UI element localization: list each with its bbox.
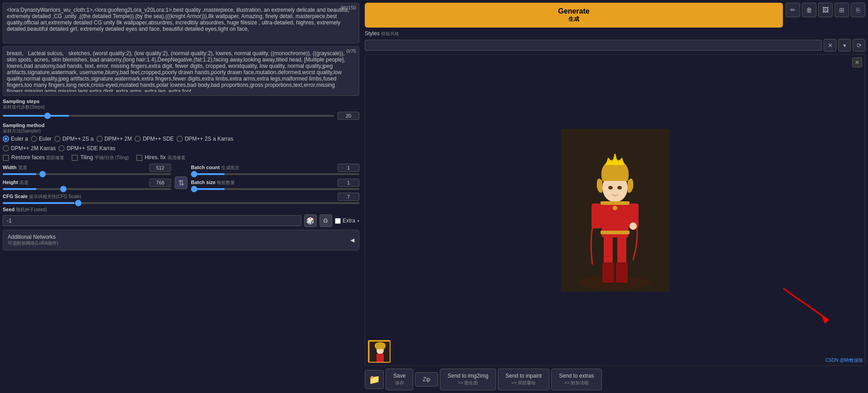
checkbox-group: Restore faces 面部修复 Tiling 平铺/分块 (Tiling)…	[3, 154, 359, 161]
image-icon-button[interactable]: 🖼	[818, 3, 833, 17]
sampling-steps-control: Sampling steps 采样迭代步数(Steps) 20	[3, 99, 359, 120]
sampling-steps-slider[interactable]	[3, 115, 334, 117]
watermark: CSDN @Mr数据猿	[825, 357, 863, 364]
send-extras-button[interactable]: Send to extras >> 附加功能	[551, 369, 601, 390]
swap-button-area: ⇅	[175, 164, 187, 189]
width-label: Width 宽度	[3, 165, 27, 171]
svg-rect-15	[601, 231, 630, 234]
svg-rect-20	[377, 354, 384, 363]
svg-line-16	[783, 289, 829, 320]
generate-button[interactable]: Generate 生成	[365, 3, 783, 28]
sampling-method-control: Sampling method 采样方法(Sampler) Euler a Eu…	[3, 123, 359, 152]
extra-checkbox[interactable]: Extra ▾	[335, 218, 359, 224]
tiling-checkbox[interactable]: Tiling 平铺/分块 (Tiling)	[72, 154, 129, 161]
dimensions-row: Width 宽度 512 Height 高度 768	[3, 164, 359, 190]
positive-prompt-counter: 96/150	[341, 5, 356, 10]
sampling-steps-label: Sampling steps 采样迭代步数(Steps)	[3, 99, 359, 110]
svg-point-11	[608, 186, 613, 189]
sampling-method-options: Euler a Euler DPM++ 2S a DPM++ 2M DPM++ …	[3, 136, 359, 142]
trash-icon-button[interactable]: 🗑	[802, 3, 816, 17]
batch-size-slider[interactable]	[191, 188, 359, 190]
svg-rect-13	[601, 201, 630, 205]
batch-count-control: Batch count 生成批次 1	[191, 164, 359, 175]
hires-fix-checkbox[interactable]: Hires. fix 高清修复	[136, 154, 186, 161]
svg-rect-6	[616, 262, 628, 283]
batch-size-label: Batch size 每批数量	[191, 180, 235, 186]
swap-dimensions-button[interactable]: ⇅	[175, 176, 187, 189]
radio-dpm2sa[interactable]: DPM++ 2S a	[54, 136, 94, 142]
seed-label: Seed 随机种子(seed)	[3, 207, 359, 213]
styles-input[interactable]	[365, 40, 822, 51]
radio-dpmsde-karras[interactable]: DPM++ SDE Karras	[58, 145, 115, 152]
cfg-scale-control: CFG Scale 提示词相关性(CFG Scale) 7	[3, 193, 359, 204]
sampling-method-label: Sampling method 采样方法(Sampler)	[3, 123, 359, 134]
svg-rect-7	[591, 204, 601, 228]
height-slider[interactable]	[3, 188, 171, 190]
pencil-icon-button[interactable]: ✏	[786, 3, 800, 17]
zip-button[interactable]: Zip	[415, 372, 438, 387]
radio-euler-a[interactable]: Euler a	[3, 136, 28, 142]
radio-dpm2sa-karras[interactable]: DPM++ 2S a Karras	[176, 136, 233, 142]
grid-icon-button[interactable]: ⊞	[835, 3, 849, 17]
height-control: Height 高度 768	[3, 179, 171, 190]
styles-refresh-button[interactable]: ⟳	[853, 39, 865, 52]
thumbnail-1[interactable]	[368, 340, 391, 363]
radio-dpmsde[interactable]: DPM++ SDE	[134, 136, 174, 142]
extra-checkbox-input[interactable]	[335, 218, 341, 224]
sampling-steps-value: 20	[338, 112, 359, 120]
svg-point-9	[630, 223, 637, 230]
additional-networks-collapse-icon: ◀	[350, 237, 354, 243]
styles-clear-button[interactable]: ✕	[824, 39, 836, 52]
image-close-button[interactable]: ✕	[852, 57, 862, 67]
send-img2img-button[interactable]: Send to img2img >> 图生图	[440, 369, 496, 390]
send-inpaint-button[interactable]: Send to inpaint >> 局部重绘	[498, 369, 549, 390]
negative-prompt-box: 0/75 breast, Lacteal sulcus, sketches, (…	[3, 46, 359, 96]
restore-faces-checkbox[interactable]: Restore faces 面部修复	[3, 154, 64, 161]
save-button[interactable]: Save 保存	[386, 369, 413, 390]
positive-prompt-input[interactable]: <lora:DynastyWarriors_wu_cloth:1>,<lora:…	[3, 3, 359, 40]
positive-prompt-box: 96/150 <lora:DynastyWarriors_wu_cloth:1>…	[3, 3, 359, 43]
width-slider[interactable]	[3, 173, 171, 175]
batch-count-label: Batch count 生成批次	[191, 165, 239, 171]
negative-prompt-counter: 0/75	[347, 48, 356, 54]
radio-dpm2m[interactable]: DPM++ 2M	[96, 136, 132, 142]
styles-dropdown-button[interactable]: ▾	[838, 39, 851, 52]
additional-networks-label: Additional Networks 可选附加网络(LoRA插件)	[8, 234, 58, 246]
dim-right: Batch count 生成批次 1 Batch size 每批数量	[191, 164, 359, 190]
styles-section: Styles 模板风格 ✕ ▾ ⟳	[365, 30, 865, 52]
width-control: Width 宽度 512	[3, 164, 171, 175]
cfg-scale-slider[interactable]	[3, 202, 359, 204]
seed-input[interactable]	[3, 215, 301, 226]
thumbnail-strip	[368, 340, 391, 363]
right-panel: Generate 生成 ✏ 🗑 🖼 ⊞ ⎘ Styles 模板风格 ✕ ▾ ⟳	[362, 0, 868, 393]
folder-button[interactable]: 📁	[365, 370, 384, 389]
seed-random-button[interactable]: 🎲	[304, 214, 317, 227]
arrow-overlay	[779, 284, 838, 325]
height-label: Height 高度	[3, 180, 29, 186]
svg-point-14	[613, 206, 617, 210]
extra-label: Extra	[343, 218, 355, 224]
generated-image	[561, 129, 669, 292]
styles-label: Styles 模板风格	[365, 30, 865, 37]
top-right-controls: Generate 生成 ✏ 🗑 🖼 ⊞ ⎘	[365, 3, 865, 28]
cfg-scale-label: CFG Scale 提示词相关性(CFG Scale)	[3, 194, 81, 200]
icon-toolbar: ✏ 🗑 🖼 ⊞ ⎘	[786, 3, 865, 17]
bottom-toolbar: 📁 Save 保存 Zip Send to img2img >> 图生图 Sen…	[365, 369, 865, 390]
additional-networks-section[interactable]: Additional Networks 可选附加网络(LoRA插件) ◀	[3, 230, 359, 251]
svg-point-12	[617, 186, 622, 189]
svg-rect-5	[602, 262, 614, 283]
negative-prompt-input[interactable]: breast, Lacteal sulcus, sketches, (worst…	[3, 47, 359, 92]
batch-size-control: Batch size 每批数量 1	[191, 179, 359, 190]
svg-marker-17	[822, 317, 829, 324]
image-container: ✕	[365, 54, 865, 366]
seed-control: Seed 随机种子(seed) 🎲 ♻ Extra ▾	[3, 207, 359, 227]
dim-left: Width 宽度 512 Height 高度 768	[3, 164, 171, 190]
sampling-method-options-row2: DPM++ 2M Karras DPM++ SDE Karras	[3, 145, 359, 152]
seed-recycle-button[interactable]: ♻	[320, 214, 332, 227]
left-panel: 96/150 <lora:DynastyWarriors_wu_cloth:1>…	[0, 0, 362, 393]
svg-point-1	[579, 276, 651, 289]
radio-euler[interactable]: Euler	[31, 136, 52, 142]
batch-count-slider[interactable]	[191, 173, 359, 175]
radio-dpm2m-karras[interactable]: DPM++ 2M Karras	[3, 145, 56, 152]
copy-icon-button[interactable]: ⎘	[851, 3, 865, 17]
